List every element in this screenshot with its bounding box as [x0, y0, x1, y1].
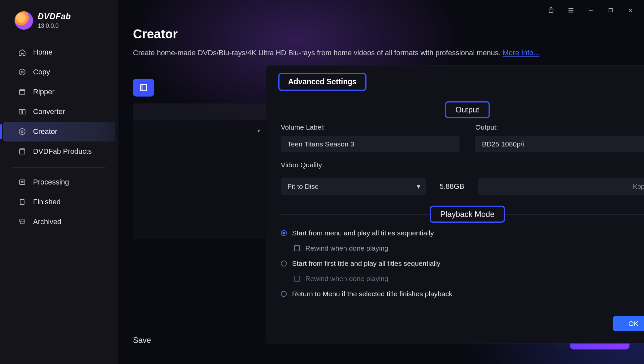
playback-option-label: Start from first title and play all titl…	[292, 260, 440, 267]
chevron-down-icon: ▾	[417, 182, 420, 190]
volume-label-caption: Volume Label:	[281, 123, 459, 131]
checkbox-input[interactable]	[294, 245, 300, 251]
section-playback-label: Playback Mode	[430, 206, 505, 223]
sidebar-separator	[13, 167, 105, 168]
sidebar-item-label: Home	[33, 48, 53, 57]
svg-rect-9	[609, 9, 613, 12]
section-output-header: Output	[281, 102, 644, 117]
bitrate-input[interactable]: Kbps	[478, 178, 644, 195]
sidebar-item-finished[interactable]: Finished	[3, 192, 115, 212]
archive-icon	[18, 218, 26, 226]
section-playback-header: Playback Mode	[281, 207, 644, 222]
volume-label-input[interactable]: Teen Titans Season 3	[281, 136, 459, 152]
sidebar-item-label: Finished	[33, 198, 61, 206]
app-name: DVDFab	[38, 12, 71, 21]
sidebar-item-copy[interactable]: Copy	[3, 62, 115, 82]
page-subtitle: Create home-made DVDs/Blu-rays/4K Ultra …	[133, 49, 629, 57]
playback-option-1[interactable]: Start from first title and play all titl…	[281, 260, 644, 267]
sidebar-item-label: DVDFab Products	[33, 147, 92, 156]
playback-option-2[interactable]: Return to Menu if the selected title fin…	[281, 290, 644, 298]
rewind-option-1: Rewind when done playing	[294, 275, 644, 283]
shop-icon[interactable]	[547, 6, 555, 15]
playback-option-label: Start from menu and play all titles sequ…	[292, 229, 434, 237]
radio-input[interactable]	[281, 230, 287, 236]
app-logo-icon	[15, 11, 33, 30]
convert-icon	[18, 107, 26, 116]
window-close-button[interactable]	[626, 6, 635, 15]
save-label: Save	[133, 336, 151, 345]
home-icon	[18, 48, 26, 57]
sidebar: DVDFab 13.0.0.0 Home Copy Ripper	[0, 0, 118, 364]
svg-rect-7	[20, 199, 24, 205]
video-quality-caption: Video Quality:	[281, 161, 644, 169]
package-icon	[18, 147, 26, 156]
output-select[interactable]: BD25 1080p/i ▾	[475, 136, 644, 152]
sidebar-item-archived[interactable]: Archived	[3, 212, 115, 232]
window-minimize-button[interactable]	[586, 6, 595, 15]
playback-option-label: Return to Menu if the selected title fin…	[292, 290, 452, 298]
main-area: Creator Create home-made DVDs/Blu-rays/4…	[118, 0, 644, 364]
sidebar-item-label: Converter	[33, 107, 65, 116]
playback-option-0[interactable]: Start from menu and play all titles sequ…	[281, 229, 644, 237]
sidebar-item-products[interactable]: DVDFab Products	[3, 142, 115, 161]
output-value: BD25 1080p/i	[482, 140, 524, 148]
radio-input[interactable]	[281, 291, 287, 297]
radio-input[interactable]	[281, 261, 287, 266]
output-caption: Output:	[475, 123, 644, 131]
clipboard-icon	[18, 198, 26, 206]
rewind-option-0[interactable]: Rewind when done playing	[294, 244, 644, 252]
ok-button-label: OK	[628, 320, 638, 328]
sidebar-item-label: Ripper	[33, 88, 55, 96]
menu-icon[interactable]	[567, 6, 575, 15]
svg-rect-2	[19, 109, 22, 114]
sidebar-item-ripper[interactable]: Ripper	[3, 82, 115, 102]
list-icon	[18, 178, 26, 186]
svg-rect-10	[141, 85, 147, 91]
svg-point-4	[19, 129, 25, 135]
video-quality-value: Fit to Disc	[287, 182, 318, 190]
window-controls	[547, 6, 635, 15]
app-logo-block: DVDFab 13.0.0.0	[0, 9, 118, 40]
sidebar-item-label: Processing	[33, 178, 69, 186]
volume-label-value: Teen Titans Season 3	[287, 140, 354, 148]
box-open-icon	[18, 88, 26, 96]
modal-title: Advanced Settings	[278, 73, 366, 91]
section-output-label: Output	[445, 101, 490, 118]
output-grid: Volume Label: Teen Titans Season 3 Outpu…	[281, 123, 644, 152]
rewind-label: Rewind when done playing	[305, 275, 388, 283]
app-version: 13.0.0.0	[38, 22, 71, 29]
checkbox-input	[294, 276, 300, 282]
sidebar-item-creator[interactable]: Creator	[3, 122, 115, 142]
video-quality-size: 5.88GB	[440, 182, 464, 191]
svg-point-0	[19, 69, 25, 75]
more-info-link[interactable]: More Info...	[503, 49, 539, 57]
bitrate-unit: Kbps	[633, 183, 644, 190]
page-subtitle-text: Create home-made DVDs/Blu-rays/4K Ultra …	[133, 49, 503, 57]
sidebar-item-processing[interactable]: Processing	[3, 172, 115, 192]
svg-rect-3	[22, 109, 25, 114]
svg-point-1	[21, 71, 23, 73]
playback-options: Start from menu and play all titles sequ…	[281, 229, 644, 298]
svg-rect-8	[20, 220, 25, 221]
video-quality-select[interactable]: Fit to Disc ▾	[281, 178, 426, 195]
ok-button[interactable]: OK	[613, 316, 644, 331]
svg-point-5	[21, 131, 23, 133]
rewind-label: Rewind when done playing	[305, 244, 388, 252]
advanced-settings-modal: Advanced Settings ✕ Output Volume Label:…	[266, 65, 644, 343]
svg-rect-6	[20, 180, 25, 184]
sidebar-item-label: Copy	[33, 68, 50, 76]
creator-disc-icon	[18, 127, 26, 136]
sidebar-item-label: Creator	[33, 127, 57, 136]
window-maximize-button[interactable]	[606, 6, 615, 15]
mode-chip[interactable]	[133, 79, 154, 97]
disc-icon	[18, 68, 26, 76]
chevron-down-icon[interactable]: ▾	[257, 128, 260, 134]
sidebar-nav: Home Copy Ripper Converter Creator	[0, 42, 118, 232]
sidebar-item-label: Archived	[33, 218, 62, 226]
video-quality-row: Fit to Disc ▾ 5.88GB Kbps	[281, 178, 644, 195]
page-title: Creator	[133, 27, 629, 41]
sidebar-item-converter[interactable]: Converter	[3, 102, 115, 122]
sidebar-item-home[interactable]: Home	[3, 42, 115, 62]
